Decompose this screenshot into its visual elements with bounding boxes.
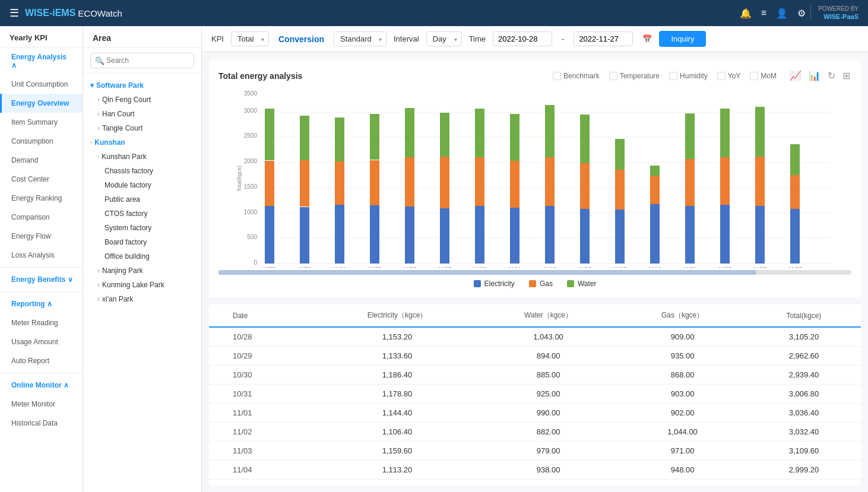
svg-text:Total(kgce): Total(kgce) [236,166,242,192]
cell-electricity: 1,178.80 [316,385,479,404]
toggle-yoy[interactable]: YoY [717,72,741,80]
sidebar-item-energy-analysis[interactable]: Energy Analysis ∧ [0,47,83,75]
calendar-icon[interactable]: 📅 [642,34,652,43]
tree-item-kunming-lake-park[interactable]: › Kunming Lake Park [83,278,201,292]
cell-date: 11/03 [209,442,316,461]
trend-icon[interactable]: 📈 [788,69,803,82]
bell-icon[interactable]: 🔔 [740,8,752,19]
svg-text:11/09: 11/09 [473,266,487,268]
bar-chart-icon[interactable]: 📊 [807,69,822,82]
hamburger-icon[interactable]: ☰ [9,7,19,20]
sidebar-item-meter-monitor[interactable]: Meter Monitor [0,395,83,414]
temperature-checkbox[interactable] [609,72,617,80]
table-row: 10/29 1,133.60 894.00 935.00 2,962.60 [209,347,861,366]
kpi-select[interactable]: Total [231,31,269,46]
sidebar-item-cost-center[interactable]: Cost Center [0,170,83,189]
tree-arrow-icon: › [97,295,100,303]
sidebar-item-energy-ranking[interactable]: Energy Ranking [0,189,83,208]
sidebar-item-usage-amount[interactable]: Usage Amount [0,332,83,351]
tree-item-xian-park[interactable]: › xi'an Park [83,292,201,306]
bar-electricity-3 [370,205,379,264]
sidebar-item-energy-flow[interactable]: Energy Flow [0,227,83,246]
sidebar-item-energy-benefits[interactable]: Energy Benefits ∨ [0,270,83,289]
tree-item-chassis-factory[interactable]: Chassis factory [83,164,201,178]
tree-item-nanjing-park[interactable]: › Nanjing Park [83,264,201,278]
benchmark-checkbox[interactable] [553,72,561,80]
tree-item-kunshan[interactable]: · Kunshan [83,135,201,150]
sidebar-item-reporting[interactable]: Reporting ∧ [0,294,83,313]
search-input[interactable] [90,53,194,68]
tree-item-qin-feng-court[interactable]: › Qin Feng Court [83,93,201,107]
tree-item-kunshan-park[interactable]: · Kunshan Park [83,150,201,164]
sidebar-item-consumption[interactable]: Consumption [0,132,83,151]
inquiry-button[interactable]: Inquiry [659,31,706,47]
sidebar-item-energy-overview[interactable]: Energy Overview [0,94,83,113]
tree-arrow-icon: › [97,110,100,118]
sidebar-item-loss-analysis[interactable]: Loss Analysis [0,246,83,265]
tree-item-system-factory[interactable]: System factory [83,221,201,235]
chart-svg-wrapper: 0 500 1000 1500 2000 2500 3000 3500 Tota… [218,90,851,275]
bar-water-9 [580,115,590,163]
humidity-checkbox[interactable] [669,72,677,80]
bar-electricity-2 [335,205,344,264]
toggle-benchmark[interactable]: Benchmark [553,72,600,80]
yearly-kpi-title: Yearly KPI [0,26,83,47]
sidebar-item-online-monitor[interactable]: Online Monitor ∧ [0,376,83,395]
cell-water: 882.00 [479,423,618,442]
cell-total: 2,939.40 [747,366,861,385]
time-separator: - [562,34,564,43]
sidebar-item-unit-consumption[interactable]: Unit Consumption [0,75,83,94]
tree-item-public-area[interactable]: Public area [83,192,201,207]
interval-select[interactable]: Day [426,31,462,46]
col-gas: Gas（kgce） [618,304,747,327]
chart-toggles: Benchmark Temperature Humidity YoY [553,72,777,80]
table-row: 10/31 1,178.80 925.00 903.00 3,006.80 [209,385,861,404]
tree-item-office-building[interactable]: Office building [83,249,201,264]
toggle-humidity[interactable]: Humidity [669,72,708,80]
tree-item-tangle-court[interactable]: › Tangle Court [83,121,201,135]
tree-item-han-court[interactable]: › Han Court [83,107,201,121]
expand-icon[interactable]: ⊞ [841,69,851,82]
table-body: 10/28 1,153.20 1,043.00 909.00 3,105.20 … [209,327,861,485]
cell-water: 938.00 [479,461,618,480]
col-date: Date [209,304,316,327]
search-icon: 🔍 [95,56,104,65]
gear-icon[interactable]: ⚙ [797,8,806,19]
time-end-input[interactable] [574,31,633,46]
sidebar-item-historical-data[interactable]: Historical Data [0,414,83,433]
bar-water-8 [545,105,555,157]
bar-water-1 [300,116,309,160]
data-table: Date Electricity（kgce） Water（kgce） Gas（k… [209,304,861,485]
user-icon[interactable]: 👤 [776,8,788,19]
tree-item-module-factory[interactable]: Module factory [83,178,201,192]
conversion-select[interactable]: Standard [334,31,387,46]
bar-water-5 [440,113,449,157]
time-start-input[interactable] [493,31,552,46]
sidebar-item-comparison[interactable]: Comparison [0,208,83,227]
mom-checkbox[interactable] [750,72,758,80]
sidebar-item-item-summary[interactable]: Item Summary [0,113,83,132]
svg-text:11/01: 11/01 [333,266,347,268]
refresh-icon[interactable]: ↻ [826,69,837,82]
sidebar-item-auto-report[interactable]: Auto Report [0,351,83,370]
sidebar-item-meter-reading[interactable]: Meter Reading [0,313,83,332]
list-icon[interactable]: ≡ [761,8,766,18]
table-header-row: Date Electricity（kgce） Water（kgce） Gas（k… [209,304,861,327]
table-row: 11/01 1,144.40 990.00 902.00 3,036.40 [209,404,861,423]
toggle-temperature[interactable]: Temperature [609,72,660,80]
tree-item-board-factory[interactable]: Board factory [83,235,201,249]
bar-gas-7 [510,161,519,208]
chart-scrollbar-thumb[interactable] [218,270,756,275]
yoy-checkbox[interactable] [717,72,726,80]
cell-water: 925.00 [479,385,618,404]
bar-water-4 [405,108,414,157]
svg-text:0: 0 [254,259,257,266]
bar-electricity-12 [685,206,695,264]
sidebar-item-demand[interactable]: Demand [0,151,83,170]
cell-date: 11/01 [209,404,316,423]
toggle-mom[interactable]: MoM [750,72,777,80]
bar-gas-15 [790,175,800,209]
chart-scrollbar[interactable] [218,270,851,275]
tree-item-ctos-factory[interactable]: CTOS factory [83,207,201,221]
tree-item-software-park[interactable]: ▾ Software Park [83,78,201,93]
